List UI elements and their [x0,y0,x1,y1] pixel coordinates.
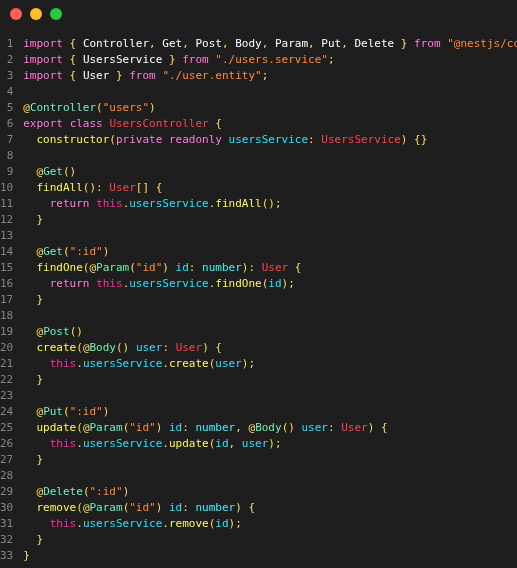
token-punct_yellow: ); [268,437,281,450]
code-line[interactable]: @Controller("users") [23,100,517,116]
code-line[interactable]: } [23,532,517,548]
code-line[interactable]: } [23,452,517,468]
token-decorator_green: Body [255,421,282,434]
token-class_orange: User [262,261,289,274]
token-ident_white [23,293,36,306]
token-class_orange: UsersController [109,117,208,130]
token-ident_white: Post [195,37,222,50]
line-number: 14 [0,244,13,260]
line-number: 18 [0,308,13,324]
token-punct_yellow: ( [76,501,83,514]
token-param_blue: usersService [129,277,208,290]
code-line[interactable]: update(@Param("id") id: number, @Body() … [23,420,517,436]
close-icon[interactable] [10,8,22,20]
token-ident_white [23,197,50,210]
code-line[interactable]: } [23,372,517,388]
code-line[interactable]: @Get(":id") [23,244,517,260]
code-line[interactable]: @Delete(":id") [23,484,517,500]
token-keyword_pink: return [50,277,90,290]
token-ident_white: Delete [354,37,394,50]
line-number: 10 [0,180,13,196]
line-number: 28 [0,468,13,484]
token-punct_yellow: } [37,293,44,306]
line-number: 4 [0,84,13,100]
line-number: 32 [0,532,13,548]
code-editor[interactable]: 1234567891011121314151617181920212223242… [0,28,517,564]
code-line[interactable]: export class UsersController { [23,116,517,132]
token-ident_white [23,421,36,434]
token-ident_white: Get [162,37,182,50]
token-type_cyan: number [202,261,242,274]
code-line[interactable] [23,228,517,244]
code-line[interactable]: this.usersService.remove(id); [23,516,517,532]
code-line[interactable]: @Put(":id") [23,404,517,420]
token-punct_yellow: () [63,165,76,178]
token-ident_white: Param [275,37,308,50]
code-line[interactable]: @Get() [23,164,517,180]
code-line[interactable]: findOne(@Param("id") id: number): User { [23,260,517,276]
token-punct_yellow: ) { [202,341,222,354]
code-line[interactable] [23,308,517,324]
token-string_orange: "id" [129,501,156,514]
code-line[interactable]: findAll(): User[] { [23,180,517,196]
code-line[interactable] [23,84,517,100]
token-punct_yellow: ( [76,421,83,434]
line-number: 12 [0,212,13,228]
token-func_yellow: create [37,341,77,354]
code-content[interactable]: import { Controller, Get, Post, Body, Pa… [23,36,517,564]
code-line[interactable] [23,388,517,404]
token-ident_white [23,341,36,354]
code-line[interactable]: import { Controller, Get, Post, Body, Pa… [23,36,517,52]
code-line[interactable]: remove(@Param("id") id: number) { [23,500,517,516]
token-punct_yellow: , [182,37,195,50]
token-punct_yellow: ) [156,421,169,434]
code-line[interactable]: return this.usersService.findAll(); [23,196,517,212]
code-line[interactable]: this.usersService.update(id, user); [23,436,517,452]
code-line[interactable]: } [23,212,517,228]
code-line[interactable]: @Post() [23,324,517,340]
token-punct_yellow: ( [76,341,83,354]
line-number: 23 [0,388,13,404]
code-line[interactable]: this.usersService.create(user); [23,356,517,372]
token-param_blue: id [169,421,182,434]
code-line[interactable] [23,468,517,484]
line-number: 13 [0,228,13,244]
token-punct_yellow: @ [23,101,30,114]
token-punct_yellow: () [70,325,83,338]
token-var_pink: this [50,357,77,370]
token-ident_white [23,261,36,274]
line-number: 3 [0,68,13,84]
token-keyword_pink: import [23,37,63,50]
token-ident_white [23,373,36,386]
token-punct_yellow: ); [242,357,255,370]
token-punct_yellow: ; [328,53,335,66]
code-line[interactable] [23,148,517,164]
code-line[interactable]: import { User } from "./user.entity"; [23,68,517,84]
line-number: 26 [0,436,13,452]
token-string_orange: "id" [136,261,163,274]
line-number: 30 [0,500,13,516]
line-number: 8 [0,148,13,164]
token-punct_yellow: ) [123,485,130,498]
code-line[interactable]: return this.usersService.findOne(id); [23,276,517,292]
token-func_yellow: remove [169,517,209,530]
token-punct_yellow: . [76,357,83,370]
token-punct_yellow: } [109,69,129,82]
code-line[interactable]: constructor(private readonly usersServic… [23,132,517,148]
code-line[interactable]: import { UsersService } from "./users.se… [23,52,517,68]
minimize-icon[interactable] [30,8,42,20]
code-line[interactable]: } [23,548,517,564]
line-number: 11 [0,196,13,212]
token-ident_white [23,533,36,546]
token-string_orange: ":id" [70,245,103,258]
token-decorator_green: Delete [43,485,83,498]
line-number: 31 [0,516,13,532]
token-punct_yellow: [] { [136,181,163,194]
token-keyword_pink: export [23,117,63,130]
maximize-icon[interactable] [50,8,62,20]
code-line[interactable]: } [23,292,517,308]
token-punct_yellow: ) [103,405,110,418]
token-punct_yellow: ) { [235,501,255,514]
token-punct_yellow: } [37,453,44,466]
code-line[interactable]: create(@Body() user: User) { [23,340,517,356]
